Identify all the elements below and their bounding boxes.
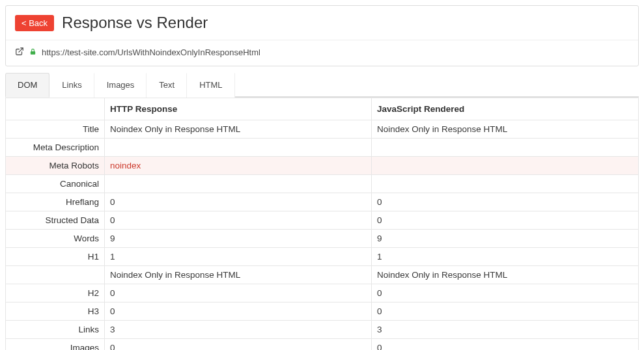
page-title: Response vs Render <box>62 14 208 32</box>
cell-h1-rendered: 1 <box>372 248 639 266</box>
row-label-hreflang: Hreflang <box>6 193 105 211</box>
cell-words-rendered: 9 <box>372 230 639 248</box>
row-label-h2: H2 <box>6 284 105 303</box>
row-label-meta-robots: Meta Robots <box>6 157 105 175</box>
cell-images-response: 0 <box>105 339 372 351</box>
col-header-empty <box>6 98 105 120</box>
table-row: Hreflang 0 0 <box>6 193 639 211</box>
comparison-table: HTTP Response JavaScript Rendered Title … <box>5 98 639 350</box>
cell-images-rendered: 0 <box>372 339 639 351</box>
tabs: DOM Links Images Text HTML <box>5 73 639 98</box>
row-label-meta-description: Meta Description <box>6 139 105 157</box>
table-row: Noindex Only in Response HTML Noindex On… <box>6 266 639 284</box>
table-row: H1 1 1 <box>6 248 639 266</box>
tab-dom[interactable]: DOM <box>5 73 49 98</box>
tab-links[interactable]: Links <box>49 73 94 98</box>
cell-h2-rendered: 0 <box>372 284 639 303</box>
row-label-canonical: Canonical <box>6 175 105 193</box>
cell-links-rendered: 3 <box>372 321 639 339</box>
cell-meta-desc-rendered <box>372 139 639 157</box>
cell-words-response: 9 <box>105 230 372 248</box>
lock-icon <box>29 47 36 58</box>
table-row: Meta Robots noindex <box>6 157 639 175</box>
row-label-structed-data: Structed Data <box>6 211 105 230</box>
cell-h1-response: 1 <box>105 248 372 266</box>
table-row: Meta Description <box>6 139 639 157</box>
table-row: H2 0 0 <box>6 284 639 303</box>
cell-meta-robots-response: noindex <box>105 157 372 175</box>
url-text: https://test-site.com/UrlsWithNoindexOnl… <box>42 47 260 57</box>
cell-title-rendered: Noindex Only in Response HTML <box>372 120 639 139</box>
cell-hreflang-rendered: 0 <box>372 193 639 211</box>
header-panel: < Back Response vs Render https://test-s… <box>5 5 639 66</box>
table-row: H3 0 0 <box>6 303 639 321</box>
table-row: Images 0 0 <box>6 339 639 351</box>
row-label-h1: H1 <box>6 248 105 266</box>
row-label-h3: H3 <box>6 303 105 321</box>
cell-meta-desc-response <box>105 139 372 157</box>
col-header-rendered: JavaScript Rendered <box>372 98 639 120</box>
table-row: Links 3 3 <box>6 321 639 339</box>
row-label-title: Title <box>6 120 105 139</box>
cell-canonical-response <box>105 175 372 193</box>
header-row: < Back Response vs Render <box>6 6 638 40</box>
table-row: Structed Data 0 0 <box>6 211 639 230</box>
row-label-images: Images <box>6 339 105 351</box>
svg-line-0 <box>19 48 23 52</box>
cell-links-response: 3 <box>105 321 372 339</box>
tab-html[interactable]: HTML <box>187 73 234 98</box>
table-row: Canonical <box>6 175 639 193</box>
table-row: Title Noindex Only in Response HTML Noin… <box>6 120 639 139</box>
cell-title-response: Noindex Only in Response HTML <box>105 120 372 139</box>
cell-h2-response: 0 <box>105 284 372 303</box>
row-label-h1-text <box>6 266 105 284</box>
cell-meta-robots-rendered <box>372 157 639 175</box>
tab-text[interactable]: Text <box>147 73 187 98</box>
cell-canonical-rendered <box>372 175 639 193</box>
cell-h1-text-response: Noindex Only in Response HTML <box>105 266 372 284</box>
cell-h1-text-rendered: Noindex Only in Response HTML <box>372 266 639 284</box>
row-label-words: Words <box>6 230 105 248</box>
back-button[interactable]: < Back <box>15 15 54 31</box>
tab-images[interactable]: Images <box>94 73 147 98</box>
svg-rect-1 <box>31 51 35 55</box>
row-label-links: Links <box>6 321 105 339</box>
cell-h3-rendered: 0 <box>372 303 639 321</box>
external-link-icon[interactable] <box>15 47 24 58</box>
col-header-response: HTTP Response <box>105 98 372 120</box>
cell-structed-response: 0 <box>105 211 372 230</box>
table-row: Words 9 9 <box>6 230 639 248</box>
cell-structed-rendered: 0 <box>372 211 639 230</box>
url-row: https://test-site.com/UrlsWithNoindexOnl… <box>6 40 638 66</box>
cell-h3-response: 0 <box>105 303 372 321</box>
cell-hreflang-response: 0 <box>105 193 372 211</box>
